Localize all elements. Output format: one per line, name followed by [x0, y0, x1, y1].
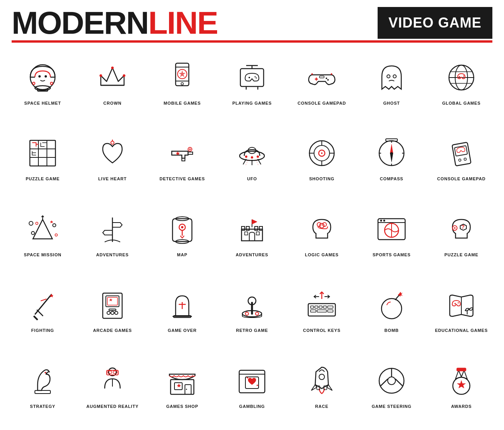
- logic-games-label: LOGIC GAMES: [305, 252, 338, 257]
- icon-cell-strategy: STRATEGY: [8, 354, 78, 430]
- adventures-2-icon: [233, 210, 271, 249]
- icon-cell-fighting: FIGHTING: [8, 278, 78, 354]
- icons-grid: SPACE HELMET CROWN: [0, 51, 504, 430]
- svg-rect-44: [30, 140, 55, 166]
- svg-rect-96: [245, 232, 248, 235]
- game-over-label: GAME OVER: [168, 328, 197, 333]
- red-bar: [12, 40, 492, 43]
- icon-cell-arcade-games: ARCADE GAMES: [78, 278, 147, 354]
- console-gamepad-icon: [302, 58, 341, 97]
- svg-rect-133: [319, 306, 322, 308]
- global-games-label: GLOBAL GAMES: [442, 101, 480, 105]
- live-heart-label: LIVE HEART: [98, 176, 126, 181]
- puzzle-game-2-icon: ?: [442, 210, 481, 249]
- svg-rect-136: [311, 310, 316, 312]
- svg-point-118: [107, 311, 110, 314]
- strategy-icon: [23, 361, 62, 400]
- arcade-games-label: ARCADE GAMES: [93, 328, 132, 333]
- svg-point-7: [50, 82, 53, 85]
- svg-point-6: [33, 82, 35, 85]
- svg-point-2: [38, 75, 41, 78]
- svg-point-10: [111, 67, 114, 69]
- sports-games-icon: [372, 210, 411, 249]
- icon-cell-control-keys: CONTROL KEYS: [287, 278, 357, 354]
- icon-cell-map: MAP: [147, 203, 217, 278]
- svg-point-54: [245, 155, 247, 158]
- svg-rect-92: [246, 226, 249, 230]
- compass-label: COMPASS: [380, 176, 403, 181]
- svg-point-162: [319, 374, 324, 380]
- logic-games-icon: [302, 210, 341, 249]
- console-gamepad-2-label: CONSOLE GAMEPAD: [437, 176, 486, 181]
- svg-point-109: [454, 227, 456, 229]
- detective-games-label: DETECTIVE GAMES: [159, 176, 205, 181]
- svg-point-103: [380, 219, 382, 221]
- svg-rect-134: [323, 306, 326, 308]
- svg-rect-117: [109, 309, 116, 311]
- svg-point-11: [100, 74, 102, 77]
- live-heart-icon: [93, 134, 132, 173]
- svg-point-16: [181, 83, 183, 85]
- augmented-reality-icon: [93, 361, 132, 400]
- icon-cell-detective-games: DETECTIVE GAMES: [147, 127, 217, 202]
- race-label: RACE: [315, 404, 328, 409]
- retro-game-icon: [233, 285, 271, 324]
- icon-cell-retro-game: RETRO GAME: [217, 278, 287, 354]
- control-keys-label: CONTROL KEYS: [303, 328, 341, 333]
- svg-point-55: [251, 156, 253, 159]
- icon-cell-game-steering: GAME STEERING: [357, 354, 426, 430]
- space-mission-label: SPACE MISSION: [24, 252, 62, 257]
- svg-point-34: [387, 75, 390, 78]
- ufo-icon: [233, 134, 271, 173]
- svg-point-33: [331, 73, 332, 75]
- gambling-icon: ♥ ♥: [233, 361, 271, 400]
- svg-point-82: [36, 222, 38, 224]
- crown-icon: [93, 58, 132, 97]
- svg-point-166: [388, 377, 395, 385]
- svg-point-63: [321, 152, 323, 154]
- svg-point-49: [111, 141, 114, 144]
- sports-games-label: SPORTS GAMES: [373, 252, 411, 257]
- svg-rect-97: [256, 232, 259, 235]
- icon-cell-race: RACE: [287, 354, 357, 430]
- adventures-icon: [93, 210, 132, 249]
- svg-rect-170: [457, 368, 466, 371]
- playing-games-icon: [233, 58, 271, 97]
- svg-rect-135: [328, 306, 333, 308]
- icon-cell-awards: AWARDS: [426, 354, 496, 430]
- svg-rect-138: [328, 310, 333, 312]
- svg-rect-155: [185, 385, 191, 394]
- ghost-label: GHOST: [383, 101, 400, 105]
- svg-point-79: [29, 221, 33, 225]
- svg-point-100: [317, 223, 321, 226]
- educational-games-label: EDUCATIONAL GAMES: [435, 328, 488, 333]
- icon-cell-playing-games: PLAYING GAMES: [217, 51, 287, 127]
- svg-point-35: [393, 75, 396, 78]
- svg-rect-74: [386, 139, 397, 141]
- svg-point-32: [311, 73, 313, 75]
- games-shop-label: GAMES SHOP: [166, 404, 198, 409]
- adventures-label: ADVENTURES: [96, 252, 129, 257]
- awards-icon: [442, 361, 481, 400]
- mobile-games-icon: [163, 58, 202, 97]
- console-gamepad-2-icon: [442, 134, 481, 173]
- svg-line-111: [37, 310, 43, 316]
- icon-cell-puzzle-game: PUZZLE GAME: [8, 127, 78, 202]
- mobile-games-label: MOBILE GAMES: [164, 101, 201, 105]
- compass-icon: [372, 134, 411, 173]
- icon-cell-gambling: ♥ ♥ GAMBLING: [217, 354, 287, 430]
- svg-text:♥: ♥: [247, 376, 249, 380]
- svg-point-120: [111, 311, 114, 314]
- icon-cell-ufo: UFO: [217, 127, 287, 202]
- icon-cell-augmented-reality: AUGMENTED REALITY: [78, 354, 147, 430]
- header: MODERN LINE VIDEO GAME: [0, 0, 504, 39]
- svg-point-78: [464, 158, 466, 161]
- shooting-icon: [302, 134, 341, 173]
- space-mission-icon: [23, 210, 62, 249]
- console-gamepad-label: CONSOLE GAMEPAD: [298, 101, 346, 105]
- game-over-icon: [163, 285, 202, 324]
- svg-point-77: [459, 159, 461, 162]
- retro-game-label: RETRO GAME: [236, 328, 268, 333]
- map-label: MAP: [177, 252, 188, 257]
- icon-cell-adventures-2: ADVENTURES: [217, 203, 287, 278]
